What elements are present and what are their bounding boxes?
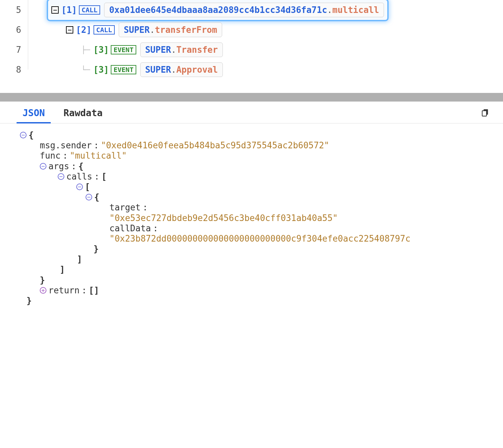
detail-tabs: JSON Rawdata — [0, 102, 503, 123]
line-number: 8 — [0, 60, 28, 80]
call-badge: CALL — [94, 25, 115, 35]
method-name: transferFrom — [155, 25, 217, 35]
json-key: calls — [66, 172, 92, 182]
trace-pane: 5−[1]CALL0xa01dee645e4dbaaa8aa2089cc4b1c… — [0, 0, 503, 93]
function-pill[interactable]: 0xa01dee645e4dbaaa8aa2089cc4b1cc34d36fa7… — [104, 3, 384, 17]
svg-rect-1 — [482, 111, 486, 116]
function-pill[interactable]: SUPER.transferFrom — [119, 23, 222, 37]
json-string: "0xe53ec727dbdeb9e2d5456c3be40cff031ab40… — [109, 213, 338, 223]
contract-name: SUPER — [145, 45, 171, 55]
line-number: 7 — [0, 40, 28, 60]
json-key: target — [109, 202, 141, 213]
collapse-icon[interactable]: − — [40, 163, 46, 170]
method-name: Transfer — [176, 45, 218, 55]
collapse-toggle[interactable]: − — [51, 6, 59, 14]
json-string: "multicall" — [70, 151, 127, 161]
tab-json[interactable]: JSON — [13, 102, 54, 123]
collapse-icon[interactable]: − — [58, 173, 64, 180]
close-bracket: ] — [60, 264, 65, 275]
depth-indicator: [3] — [94, 45, 109, 55]
json-key: args — [48, 161, 69, 172]
trace-row[interactable]: 7├─[3]EVENTSUPER.Transfer — [0, 40, 503, 60]
close-brace: } — [40, 275, 45, 285]
json-key: callData — [109, 223, 151, 234]
call-badge: CALL — [79, 5, 100, 15]
tree-connector: ├─ — [81, 46, 90, 54]
close-bracket: ] — [77, 254, 82, 264]
depth-indicator: [3] — [94, 65, 109, 75]
collapse-icon[interactable]: − — [86, 194, 92, 200]
depth-indicator: [1] — [61, 5, 77, 15]
event-badge: EVENT — [111, 65, 136, 74]
function-pill[interactable]: SUPER.Approval — [140, 62, 223, 77]
function-pill[interactable]: SUPER.Transfer — [140, 42, 223, 57]
contract-name: SUPER — [124, 25, 150, 35]
json-string: "0xed0e416e0feea5b484ba5c95d375545ac2b60… — [101, 140, 329, 151]
expand-icon[interactable]: + — [40, 287, 46, 294]
contract-name: 0xa01dee645e4dbaaa8aa2089cc4b1cc34d36fa7… — [109, 5, 327, 15]
pane-divider[interactable] — [0, 93, 503, 102]
event-badge: EVENT — [111, 45, 136, 54]
depth-indicator: [2] — [76, 25, 92, 35]
tab-rawdata[interactable]: Rawdata — [54, 102, 112, 123]
json-viewer: − { msg.sender : "0xed0e416e0feea5b484ba… — [0, 123, 503, 313]
copy-icon[interactable] — [481, 108, 490, 117]
json-array: [] — [89, 285, 99, 296]
tree-connector: └─ — [81, 66, 90, 74]
line-number: 6 — [0, 20, 28, 40]
line-number: 5 — [0, 0, 28, 20]
trace-row[interactable]: 8└─[3]EVENTSUPER.Approval — [0, 60, 503, 80]
json-key: return — [48, 285, 80, 296]
json-key: func — [40, 151, 61, 161]
json-string: "0x23b872dd000000000000000000000000c9f30… — [109, 234, 410, 244]
open-brace: { — [29, 130, 34, 140]
trace-row[interactable]: 5−[1]CALL0xa01dee645e4dbaaa8aa2089cc4b1c… — [0, 0, 503, 20]
close-brace: } — [27, 296, 32, 306]
json-key: msg.sender — [40, 140, 92, 151]
trace-row[interactable]: 6−[2]CALLSUPER.transferFrom — [0, 20, 503, 40]
collapse-icon[interactable]: − — [76, 184, 83, 190]
method-name: multicall — [332, 5, 379, 15]
contract-name: SUPER — [145, 65, 171, 75]
close-brace: } — [94, 244, 99, 254]
collapse-toggle[interactable]: − — [66, 26, 73, 34]
method-name: Approval — [176, 65, 218, 75]
collapse-icon[interactable]: − — [20, 132, 27, 138]
